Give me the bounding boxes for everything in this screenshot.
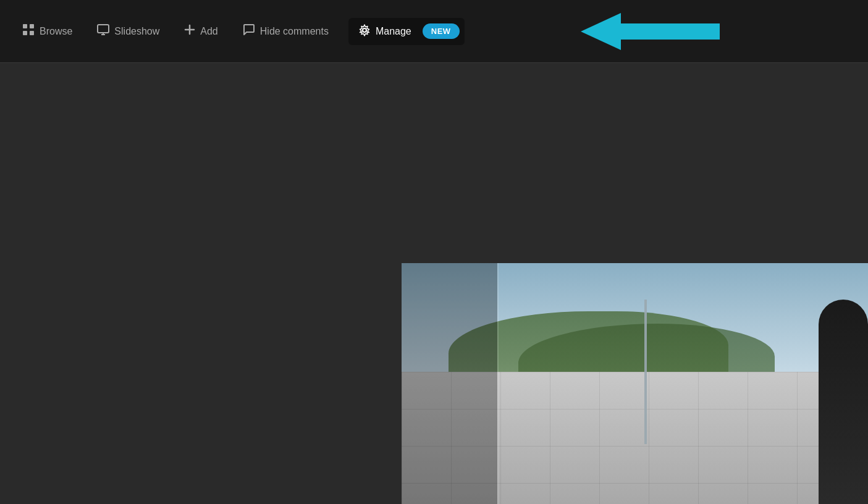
- photo-divider: [497, 263, 499, 504]
- svg-rect-1: [30, 24, 34, 28]
- svg-rect-2: [23, 31, 27, 35]
- photo-area: [402, 263, 868, 504]
- manage-section: Manage NEW: [348, 18, 465, 45]
- hide-comments-button[interactable]: Hide comments: [233, 19, 339, 44]
- browse-label: Browse: [40, 26, 72, 37]
- photo-left-panel: [402, 263, 497, 504]
- svg-rect-0: [23, 24, 27, 28]
- svg-point-9: [363, 28, 366, 32]
- gear-icon: [358, 24, 371, 39]
- slideshow-label: Slideshow: [114, 26, 159, 37]
- pole: [644, 300, 647, 444]
- arrow-annotation: [581, 10, 741, 53]
- add-label: Add: [200, 26, 217, 37]
- svg-rect-10: [618, 23, 720, 40]
- svg-rect-3: [30, 31, 34, 35]
- main-content: [0, 63, 868, 504]
- manage-label: Manage: [376, 26, 411, 37]
- hide-comments-label: Hide comments: [260, 26, 329, 37]
- manage-button[interactable]: Manage: [353, 22, 416, 41]
- new-badge-button[interactable]: NEW: [423, 23, 460, 39]
- add-icon: [184, 24, 195, 38]
- person-silhouette: [819, 300, 868, 505]
- svg-marker-11: [581, 13, 621, 50]
- photo-scene: [402, 263, 868, 504]
- comment-icon: [243, 23, 255, 39]
- browse-icon: [22, 23, 35, 39]
- add-button[interactable]: Add: [174, 19, 227, 43]
- slideshow-button[interactable]: Slideshow: [87, 19, 169, 43]
- slideshow-icon: [97, 24, 109, 38]
- svg-rect-4: [98, 25, 109, 33]
- browse-button[interactable]: Browse: [12, 19, 82, 44]
